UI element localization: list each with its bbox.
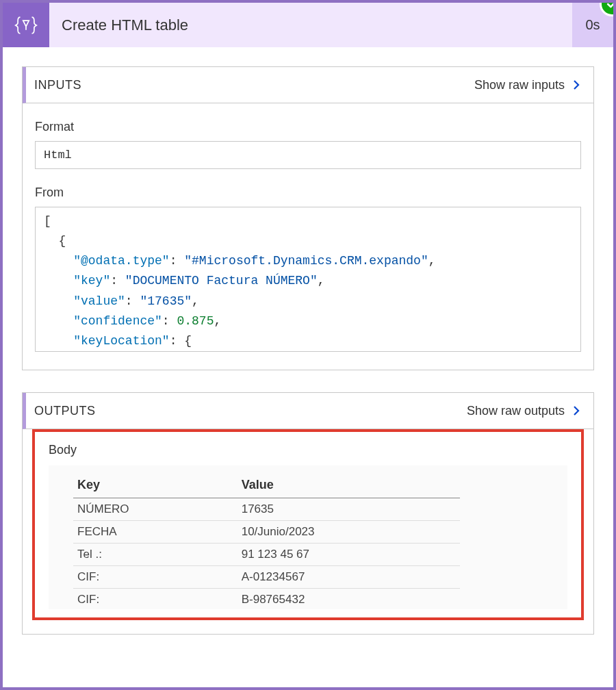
show-raw-inputs-link[interactable]: Show raw inputs (474, 78, 582, 92)
action-icon (3, 3, 49, 47)
table-cell: FECHA (73, 521, 238, 544)
table-cell: A-01234567 (238, 566, 460, 589)
inputs-panel-header: INPUTS Show raw inputs (23, 67, 593, 103)
table-row: Tel .:91 123 45 67 (73, 544, 460, 566)
filter-braces-icon (14, 14, 38, 37)
outputs-body-label: Body (49, 443, 567, 457)
outputs-panel-header: OUTPUTS Show raw outputs (23, 393, 593, 429)
outputs-panel: OUTPUTS Show raw outputs Body Key Value (22, 392, 594, 635)
table-cell: NÚMERO (73, 498, 238, 521)
table-header-value: Value (238, 472, 460, 498)
from-label: From (35, 186, 581, 200)
from-json-value[interactable]: [ { "@odata.type": "#Microsoft.Dynamics.… (35, 207, 581, 352)
inputs-panel: INPUTS Show raw inputs Format Html From … (22, 66, 594, 370)
output-html-table: Key Value NÚMERO17635FECHA10/Junio/2023T… (73, 472, 460, 609)
table-header-key: Key (73, 472, 238, 498)
chevron-right-icon (570, 405, 582, 417)
format-value[interactable]: Html (35, 141, 581, 169)
inputs-title: INPUTS (34, 78, 81, 92)
outputs-body-highlight: Body Key Value NÚMERO17635FECHA10/Junio/… (32, 429, 584, 620)
table-row: CIF:A-01234567 (73, 566, 460, 589)
outputs-body-scroll[interactable]: Key Value NÚMERO17635FECHA10/Junio/2023T… (49, 465, 567, 609)
table-cell: CIF: (73, 589, 238, 610)
table-row: NÚMERO17635 (73, 498, 460, 521)
chevron-right-icon (570, 79, 582, 91)
action-header: Create HTML table 0s (3, 3, 613, 47)
table-cell: Tel .: (73, 544, 238, 566)
table-row: FECHA10/Junio/2023 (73, 521, 460, 544)
outputs-panel-body: Body Key Value NÚMERO17635FECHA10/Junio/… (23, 429, 593, 634)
table-cell: B-98765432 (238, 589, 460, 610)
table-cell: 91 123 45 67 (238, 544, 460, 566)
table-row: CIF:B-98765432 (73, 589, 460, 610)
show-raw-inputs-label: Show raw inputs (474, 78, 565, 92)
table-cell: 17635 (238, 498, 460, 521)
show-raw-outputs-label: Show raw outputs (467, 404, 565, 418)
action-title: Create HTML table (49, 3, 572, 47)
inputs-panel-body: Format Html From [ { "@odata.type": "#Mi… (23, 103, 593, 370)
table-cell: CIF: (73, 566, 238, 589)
checkmark-icon (605, 0, 616, 11)
show-raw-outputs-link[interactable]: Show raw outputs (467, 404, 582, 418)
outputs-title: OUTPUTS (34, 404, 96, 418)
format-label: Format (35, 120, 581, 134)
table-cell: 10/Junio/2023 (238, 521, 460, 544)
